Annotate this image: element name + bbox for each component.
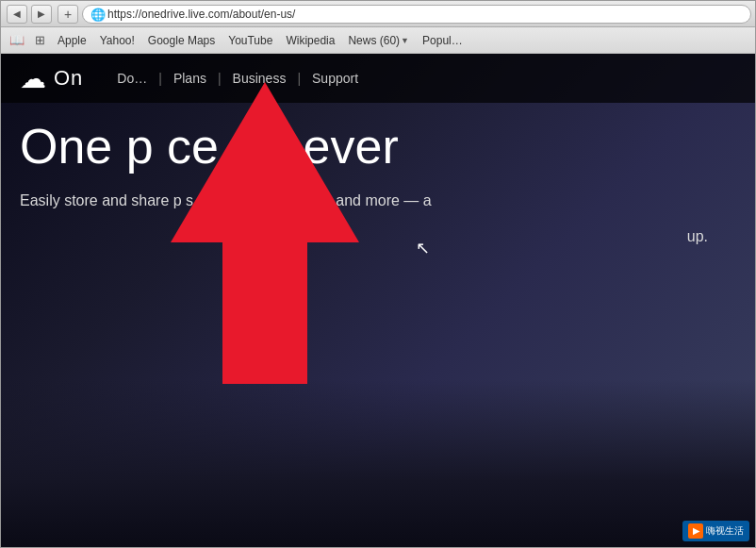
address-bar-container: 🌐 https://onedrive.live.com/about/en-us/ — [82, 5, 751, 24]
watermark: ▶ 嗨视生活 — [682, 521, 749, 541]
reader-icon[interactable]: 📖 — [7, 30, 27, 51]
od-logo: ☁ On — [20, 63, 83, 94]
new-tab-button[interactable]: + — [58, 5, 78, 24]
watermark-symbol: ▶ — [693, 526, 699, 536]
onedrive-cloud-icon: ☁ — [20, 63, 46, 94]
bookmark-news[interactable]: News (60) ▼ — [342, 32, 415, 49]
grid-icon[interactable]: ⊞ — [29, 30, 50, 51]
red-arrow-svg — [133, 73, 397, 393]
globe-icon: 🌐 — [90, 8, 104, 21]
url-text: https://onedrive.live.com/about/en-us/ — [107, 8, 295, 21]
bookmarks-bar: 📖 ⊞ Apple Yahoo! Google Maps YouTube Wik… — [1, 27, 756, 54]
title-bar: ◀ ▶ + 🌐 https://onedrive.live.com/about/… — [1, 1, 756, 27]
red-arrow-container — [133, 73, 397, 397]
landscape-overlay — [1, 379, 756, 548]
browser-frame: ◀ ▶ + 🌐 https://onedrive.live.com/about/… — [1, 1, 756, 548]
bookmark-apple[interactable]: Apple — [52, 32, 92, 49]
address-bar[interactable]: 🌐 https://onedrive.live.com/about/en-us/ — [82, 5, 751, 24]
arrow-shape — [171, 82, 359, 384]
watermark-text: 嗨视生活 — [706, 524, 744, 538]
forward-button[interactable]: ▶ — [31, 5, 52, 24]
bookmark-popular[interactable]: Popul… — [417, 32, 468, 49]
content-area: ☁ On Do… | Plans | Business | Support On… — [1, 54, 756, 548]
bookmark-google-maps[interactable]: Google Maps — [142, 32, 221, 49]
watermark-logo: ▶ — [688, 523, 703, 539]
bookmark-yahoo[interactable]: Yahoo! — [94, 32, 140, 49]
bookmark-youtube[interactable]: YouTube — [222, 32, 278, 49]
bookmark-wikipedia[interactable]: Wikipedia — [280, 32, 340, 49]
back-button[interactable]: ◀ — [7, 5, 27, 24]
news-label: News (60) — [348, 34, 400, 47]
news-dropdown-icon: ▼ — [401, 36, 409, 45]
onedrive-brand-text: On — [54, 66, 83, 91]
od-subtitle-text2: up. — [687, 228, 708, 244]
